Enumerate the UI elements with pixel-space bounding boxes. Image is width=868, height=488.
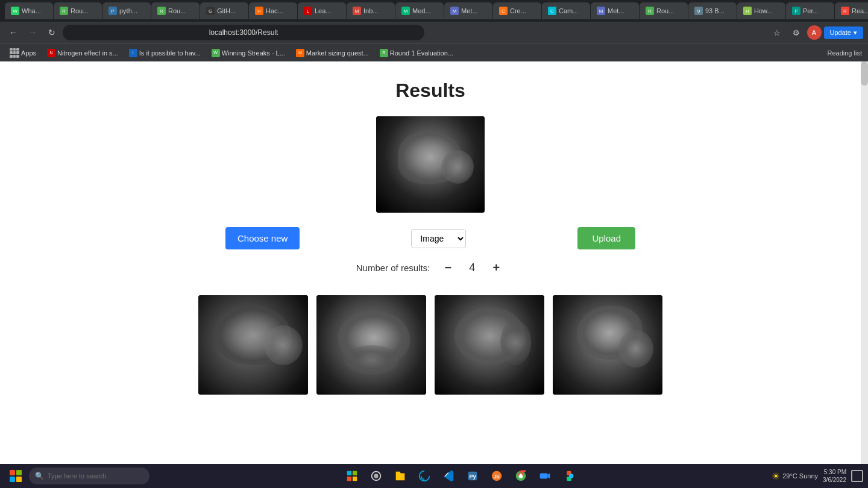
- back-button[interactable]: ←: [5, 24, 22, 41]
- bookmark-possible[interactable]: I Is it possible to hav...: [125, 48, 204, 58]
- svg-text:Ju: Ju: [494, 474, 500, 480]
- svg-rect-2: [347, 477, 351, 481]
- show-desktop-button[interactable]: [851, 470, 863, 482]
- tab-3[interactable]: R Rou...: [151, 2, 200, 19]
- taskbar-files-icon[interactable]: [389, 465, 411, 487]
- taskbar: 🔍: [0, 464, 868, 488]
- bookmarks-bar: Apps N Nitrogen effect in s... I Is it p…: [0, 43, 868, 61]
- tab-github[interactable]: G GitH...: [200, 2, 248, 19]
- counter-value: 4: [466, 261, 478, 274]
- svg-point-5: [374, 474, 378, 478]
- results-grid: [174, 295, 687, 395]
- bookmark-star-icon[interactable]: ☆: [769, 24, 785, 41]
- taskbar-python-icon[interactable]: Py: [462, 465, 483, 487]
- tab-8[interactable]: M Met...: [444, 2, 492, 19]
- windows-logo-icon: [10, 470, 22, 482]
- weather-text: 29°C Sunny: [782, 472, 818, 480]
- reload-button[interactable]: ↻: [43, 24, 60, 41]
- bookmark-winning[interactable]: W Winning Streaks - L...: [208, 48, 289, 58]
- taskbar-app-icons: Py Ju: [152, 465, 769, 487]
- address-bar: ← → ↻ ☆ ⚙ A Update ▾: [0, 22, 868, 43]
- result-brain-visual-3: [435, 295, 544, 395]
- tab-13[interactable]: 9 93 B...: [688, 2, 737, 19]
- choose-new-button[interactable]: Choose new: [225, 227, 300, 249]
- bookmark-favicon-1: N: [47, 49, 55, 57]
- page-content: Results Choose new Image Video Upload Nu…: [0, 61, 861, 407]
- profile-icon[interactable]: A: [807, 25, 822, 40]
- svg-point-15: [569, 474, 573, 478]
- browser-actions: ☆ ⚙ A Update ▾: [769, 24, 863, 41]
- chevron-down-icon: ▾: [854, 29, 857, 37]
- decrement-button[interactable]: −: [439, 259, 456, 276]
- result-image-2[interactable]: [316, 295, 426, 395]
- tab-9[interactable]: C Cre...: [493, 2, 541, 19]
- browser-chrome: W Wha... R Rou... P pyth... R Rou... G G…: [0, 0, 868, 61]
- tab-11[interactable]: M Met...: [591, 2, 639, 19]
- tab-1[interactable]: R Rou...: [54, 2, 102, 19]
- date-display: 3/6/2022: [823, 476, 846, 484]
- tab-5[interactable]: L Lea...: [298, 2, 346, 19]
- main-image: [376, 116, 485, 213]
- taskbar-search-input[interactable]: [48, 472, 138, 480]
- system-tray: ☀ 29°C Sunny 5:30 PM 3/6/2022: [772, 468, 863, 484]
- bookmark-nitrogen[interactable]: N Nitrogen effect in s...: [43, 48, 122, 58]
- apps-grid-icon: [10, 48, 19, 58]
- upload-button[interactable]: Upload: [577, 227, 635, 249]
- bookmark-favicon-2: I: [129, 49, 137, 57]
- taskbar-figma-icon[interactable]: [558, 465, 580, 487]
- update-button[interactable]: Update ▾: [824, 27, 863, 39]
- taskbar-jupyter-icon[interactable]: Ju: [486, 465, 508, 487]
- tab-12[interactable]: R Rou...: [640, 2, 688, 19]
- num-results-row: Number of results: − 4 +: [356, 259, 505, 276]
- result-image-3[interactable]: [435, 295, 544, 395]
- tab-7[interactable]: M Med...: [395, 2, 444, 19]
- taskbar-chrome-icon[interactable]: [510, 465, 532, 487]
- taskbar-zoom-icon[interactable]: [534, 465, 556, 487]
- type-dropdown[interactable]: Image Video: [411, 229, 466, 248]
- tab-14[interactable]: H How...: [737, 2, 785, 19]
- bookmark-round1[interactable]: R Round 1 Evaluation...: [376, 48, 457, 58]
- tab-2[interactable]: P pyth...: [102, 2, 151, 19]
- bookmark-market[interactable]: M Market sizing quest...: [292, 48, 373, 58]
- result-brain-visual-2: [316, 295, 426, 395]
- search-icon: 🔍: [35, 472, 44, 480]
- apps-button[interactable]: Apps: [6, 47, 40, 59]
- bookmark-favicon-3: W: [212, 49, 220, 57]
- result-brain-visual-1: [198, 295, 308, 395]
- settings-icon[interactable]: ⚙: [788, 24, 805, 41]
- scrollbar-track[interactable]: [861, 61, 868, 488]
- increment-button[interactable]: +: [488, 259, 505, 276]
- start-button[interactable]: [5, 465, 27, 487]
- content-area: Results Choose new Image Video Upload Nu…: [0, 61, 861, 488]
- page-title: Results: [395, 80, 465, 102]
- result-image-4[interactable]: [553, 295, 662, 395]
- weather-display: ☀ 29°C Sunny: [772, 471, 818, 482]
- address-input[interactable]: [63, 25, 424, 40]
- svg-rect-3: [353, 477, 357, 481]
- tab-15[interactable]: P Per...: [786, 2, 834, 19]
- reading-list-button[interactable]: Reading list: [828, 49, 862, 57]
- taskbar-vscode-icon[interactable]: [438, 465, 459, 487]
- taskbar-edge-icon[interactable]: [414, 465, 435, 487]
- sun-icon: ☀: [772, 471, 780, 482]
- controls-row: Choose new Image Video Upload: [225, 227, 635, 249]
- svg-rect-12: [540, 473, 548, 478]
- tab-4[interactable]: H Hac...: [249, 2, 297, 19]
- tab-whatsapp[interactable]: W Wha...: [5, 2, 53, 19]
- forward-button[interactable]: →: [24, 24, 41, 41]
- scrollbar-thumb[interactable]: [861, 61, 868, 86]
- svg-rect-1: [353, 471, 357, 475]
- tab-bar: W Wha... R Rou... P pyth... R Rou... G G…: [0, 0, 868, 22]
- tab-16[interactable]: R Rea...: [835, 2, 868, 19]
- clock-display: 5:30 PM 3/6/2022: [823, 468, 846, 484]
- svg-rect-0: [347, 471, 351, 475]
- result-brain-visual-4: [553, 295, 662, 395]
- result-image-1[interactable]: [198, 295, 308, 395]
- taskbar-cortana-icon[interactable]: [365, 465, 387, 487]
- taskbar-search[interactable]: 🔍: [29, 468, 149, 484]
- num-results-label: Number of results:: [356, 263, 430, 273]
- tab-6[interactable]: M Inb...: [347, 2, 395, 19]
- taskbar-explorer-icon[interactable]: [341, 465, 363, 487]
- tab-10[interactable]: C Cam...: [542, 2, 590, 19]
- bookmark-favicon-5: R: [380, 49, 388, 57]
